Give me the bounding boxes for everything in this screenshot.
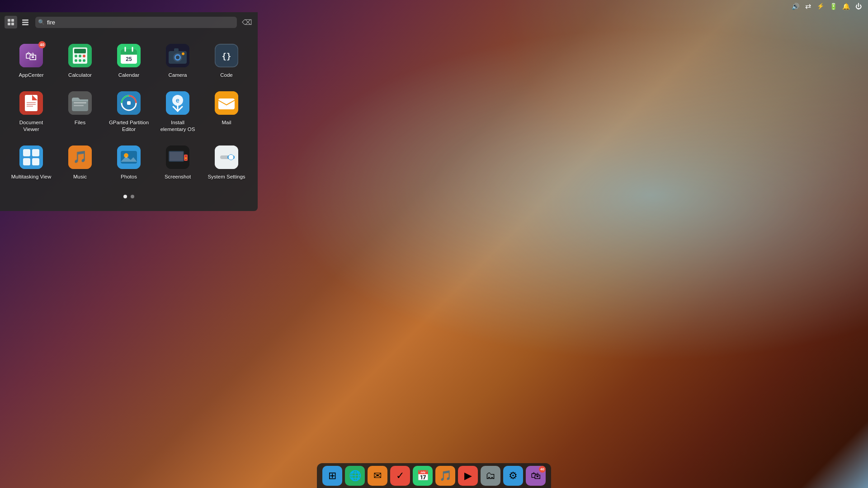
svg-point-31 <box>182 52 184 55</box>
app-icon-wrapper-music: 🎵 <box>66 144 94 171</box>
app-item-screenshot[interactable]: Screenshot <box>153 138 202 186</box>
app-launcher: ⌫ 🛍 40AppCenter Calculator 25 Calendar <box>0 12 258 211</box>
svg-point-17 <box>83 59 85 62</box>
dock-item-calendar-dock[interactable]: 📅 <box>413 466 433 486</box>
svg-point-16 <box>79 59 81 62</box>
svg-point-13 <box>79 55 81 57</box>
notification-icon[interactable]: 🔔 <box>842 2 850 10</box>
app-icon-multitasking <box>19 145 43 169</box>
app-item-system-settings[interactable]: System Settings <box>202 138 251 186</box>
svg-rect-54 <box>32 149 39 156</box>
app-icon-screenshot <box>166 145 189 169</box>
app-item-gparted[interactable]: GParted Partition Editor <box>104 84 153 138</box>
page-dot-2[interactable] <box>131 195 134 198</box>
app-icon-system-settings <box>215 145 238 169</box>
dock-item-mail-dock[interactable]: ✉ <box>368 466 387 486</box>
app-label-calendar: Calendar <box>118 72 140 79</box>
page-dot-1[interactable] <box>123 195 127 198</box>
app-icon-wrapper-calendar: 25 <box>115 42 142 69</box>
svg-rect-4 <box>22 19 28 21</box>
battery-icon[interactable]: 🔋 <box>829 2 837 10</box>
launcher-topbar: ⌫ <box>0 12 258 32</box>
network-icon[interactable]: ⇄ <box>804 2 812 10</box>
svg-point-14 <box>83 55 85 57</box>
app-icon-wrapper-mail <box>213 89 240 117</box>
power-icon[interactable]: ⏻ <box>854 2 863 10</box>
app-icon-wrapper-multitasking <box>18 144 45 171</box>
app-item-music[interactable]: 🎵 Music <box>56 138 104 186</box>
app-item-multitasking[interactable]: Multitasking View <box>7 138 56 186</box>
svg-rect-42 <box>74 105 84 106</box>
svg-rect-55 <box>23 158 30 165</box>
svg-text:🎵: 🎵 <box>73 150 88 164</box>
svg-rect-6 <box>22 24 28 25</box>
app-label-multitasking: Multitasking View <box>11 174 52 180</box>
app-item-appcenter[interactable]: 🛍 40AppCenter <box>7 37 56 84</box>
dock-item-settings-dock[interactable]: ⚙ <box>503 466 523 486</box>
app-item-install-elementary[interactable]: e Install elementary OS <box>153 84 202 138</box>
app-item-camera[interactable]: Camera <box>153 37 202 84</box>
app-label-files: Files <box>75 119 85 126</box>
search-container <box>35 17 237 28</box>
app-label-calculator: Calculator <box>68 72 92 79</box>
app-label-system-settings: System Settings <box>208 174 245 180</box>
clear-search-button[interactable]: ⌫ <box>241 16 253 28</box>
app-label-document-viewer: Document Viewer <box>11 119 52 133</box>
svg-rect-64 <box>170 152 183 161</box>
app-item-document-viewer[interactable]: Document Viewer <box>7 84 56 138</box>
dock-item-appcenter-dock[interactable]: 🛍40 <box>526 466 546 486</box>
app-icon-camera <box>166 44 189 67</box>
app-label-install-elementary: Install elementary OS <box>157 119 198 133</box>
search-input[interactable] <box>35 17 237 28</box>
panel-right: 🔊 ⇄ ⚡ 🔋 🔔 ⏻ <box>791 2 863 10</box>
app-icon-gparted <box>117 91 141 115</box>
bluetooth-icon[interactable]: ⚡ <box>816 2 825 10</box>
page-indicators <box>0 190 258 198</box>
app-icon-wrapper-files <box>66 89 94 117</box>
svg-rect-21 <box>121 53 137 55</box>
svg-rect-11 <box>74 49 86 53</box>
app-icon-wrapper-screenshot <box>164 144 191 171</box>
top-panel: 🔊 ⇄ ⚡ 🔋 🔔 ⏻ <box>0 0 868 12</box>
app-label-screenshot: Screenshot <box>165 174 191 180</box>
app-icon-wrapper-photos <box>115 144 142 171</box>
svg-rect-2 <box>8 23 10 25</box>
app-icon-photos <box>117 145 141 169</box>
app-label-appcenter: AppCenter <box>19 72 44 79</box>
svg-rect-5 <box>22 22 28 23</box>
dock-item-media-dock[interactable]: ▶ <box>458 466 478 486</box>
app-item-code[interactable]: {} Code <box>202 37 251 84</box>
app-item-files[interactable]: Files <box>56 84 104 138</box>
svg-rect-36 <box>27 102 36 103</box>
svg-rect-0 <box>8 19 10 22</box>
svg-rect-37 <box>27 104 36 105</box>
app-label-camera: Camera <box>169 72 187 79</box>
app-icon-wrapper-install-elementary: e <box>164 89 191 117</box>
dock-item-multitasking-dock[interactable]: ⊞ <box>322 466 342 486</box>
grid-view-button[interactable] <box>5 16 17 28</box>
volume-icon[interactable]: 🔊 <box>791 2 799 10</box>
dock-item-tasks-dock[interactable]: ✓ <box>390 466 410 486</box>
app-label-music: Music <box>73 174 87 180</box>
dock-badge-appcenter-dock: 40 <box>539 466 546 473</box>
app-icon-wrapper-gparted <box>115 89 142 117</box>
app-icon-wrapper-calculator <box>66 42 94 69</box>
list-view-button[interactable] <box>19 16 32 28</box>
app-badge-appcenter: 40 <box>38 41 46 48</box>
app-grid: 🛍 40AppCenter Calculator 25 Calendar <box>0 32 258 190</box>
dock-item-browser-dock[interactable]: 🌐 <box>345 466 365 486</box>
svg-point-15 <box>75 59 77 62</box>
dock-item-music-dock[interactable]: 🎵 <box>435 466 455 486</box>
app-item-photos[interactable]: Photos <box>104 138 153 186</box>
dock-item-files-dock[interactable]: 🗂 <box>481 466 500 486</box>
app-label-mail: Mail <box>222 119 231 126</box>
app-item-calculator[interactable]: Calculator <box>56 37 104 84</box>
app-icon-music: 🎵 <box>68 145 92 169</box>
app-item-mail[interactable]: Mail <box>202 84 251 138</box>
svg-rect-38 <box>27 106 33 107</box>
app-item-calendar[interactable]: 25 Calendar <box>104 37 153 84</box>
view-toggle <box>5 16 32 28</box>
svg-rect-30 <box>174 48 179 52</box>
app-icon-wrapper-system-settings <box>213 144 240 171</box>
svg-rect-52 <box>19 145 43 169</box>
